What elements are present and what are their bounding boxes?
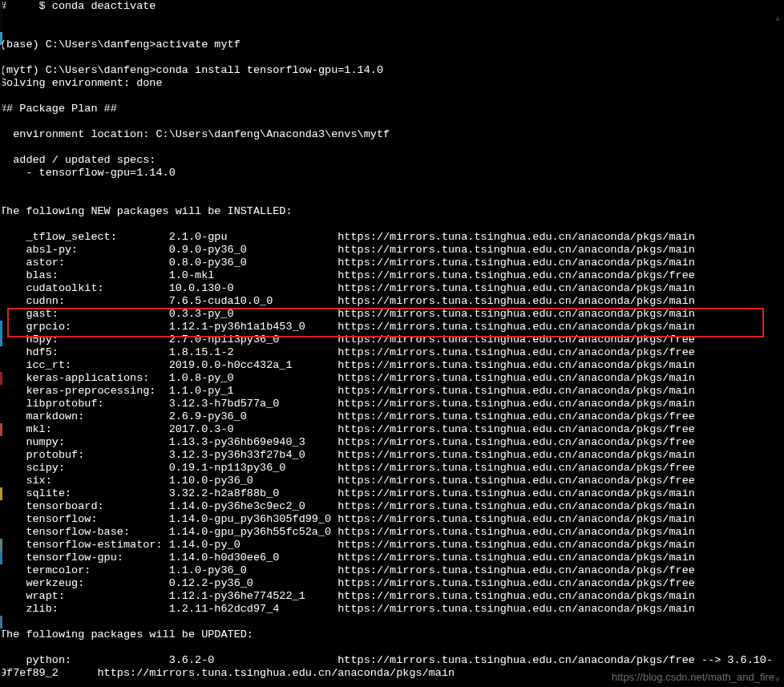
solving-line: Solving environment: done <box>0 77 784 90</box>
package-row: absl-py: 0.9.0-py36_0 https://mirrors.tu… <box>0 244 784 257</box>
package-row: tensorflow: 1.14.0-gpu_py36h305fd99_0 ht… <box>0 513 784 526</box>
package-row: termcolor: 1.1.0-py36_0 https://mirrors.… <box>0 564 784 577</box>
package-list: _tflow_select: 2.1.0-gpu https://mirrors… <box>0 231 784 616</box>
updated-header: The following packages will be UPDATED: <box>0 628 784 641</box>
package-row: six: 1.10.0-py36_0 https://mirrors.tuna.… <box>0 475 784 487</box>
install-header: The following NEW packages will be INSTA… <box>0 205 784 218</box>
terminal-window[interactable]: # $ conda deactivate (base) C:\Users\dan… <box>0 0 784 687</box>
package-row: keras-preprocessing: 1.1.0-py_1 https://… <box>0 385 784 398</box>
package-row: icc_rt: 2019.0.0-h0cc432a_1 https://mirr… <box>0 359 784 372</box>
package-row: h5py: 2.7.0-np113py36_0 https://mirrors.… <box>0 333 784 346</box>
package-row: libprotobuf: 3.12.3-h7bd577a_0 https://m… <box>0 398 784 410</box>
update-line-1: python: 3.6.2-0 https://mirrors.tuna.tsi… <box>0 654 784 667</box>
env-location: environment location: C:\Users\danfeng\A… <box>0 128 784 141</box>
package-row: scipy: 0.19.1-np113py36_0 https://mirror… <box>0 462 784 475</box>
scroll-down-icon[interactable]: ▼ <box>771 674 784 687</box>
package-row: keras-applications: 1.0.8-py_0 https://m… <box>0 372 784 385</box>
package-row: werkzeug: 0.12.2-py36_0 https://mirrors.… <box>0 577 784 590</box>
package-row: zlib: 1.2.11-h62dcd97_4 https://mirrors.… <box>0 603 784 616</box>
prompt-base: (base) C:\Users\danfeng>activate mytf <box>0 38 784 51</box>
package-row: markdown: 2.6.9-py36_0 https://mirrors.t… <box>0 410 784 423</box>
package-row: protobuf: 3.12.3-py36h33f27b4_0 https://… <box>0 449 784 462</box>
package-row: numpy: 1.13.3-py36hb69e940_3 https://mir… <box>0 436 784 449</box>
package-row: cudatoolkit: 10.0.130-0 https://mirrors.… <box>0 282 784 295</box>
package-row: cudnn: 7.6.5-cuda10.0_0 https://mirrors.… <box>0 295 784 308</box>
package-row: gast: 0.3.3-py_0 https://mirrors.tuna.ts… <box>0 308 784 321</box>
scroll-up-icon[interactable]: ▲ <box>771 13 784 26</box>
package-row: tensorflow-base: 1.14.0-gpu_py36h55fc52a… <box>0 526 784 539</box>
package-row: grpcio: 1.12.1-py36h1a1b453_0 https://mi… <box>0 321 784 333</box>
plan-header: ## Package Plan ## <box>0 103 784 115</box>
package-row: _tflow_select: 2.1.0-gpu https://mirrors… <box>0 231 784 244</box>
package-row: tensorboard: 1.14.0-py36he3c9ec2_0 https… <box>0 500 784 513</box>
package-row: wrapt: 1.12.1-py36he774522_1 https://mir… <box>0 590 784 603</box>
update-line-2: 9f7ef89_2 https://mirrors.tuna.tsinghua.… <box>0 667 784 680</box>
package-row: astor: 0.8.0-py36_0 https://mirrors.tuna… <box>0 257 784 269</box>
window-edge-strip <box>0 0 2 687</box>
package-row: hdf5: 1.8.15.1-2 https://mirrors.tuna.ts… <box>0 346 784 359</box>
added-specs-header: added / updated specs: <box>0 154 784 167</box>
package-row: tensorflow-estimator: 1.14.0-py_0 https:… <box>0 539 784 552</box>
prompt-mytf: (mytf) C:\Users\danfeng>conda install te… <box>0 64 784 77</box>
added-spec: - tensorflow-gpu=1.14.0 <box>0 167 784 180</box>
package-row: tensorflow-gpu: 1.14.0-h0d30ee6_0 https:… <box>0 552 784 564</box>
package-row: sqlite: 3.32.2-h2a8f88b_0 https://mirror… <box>0 487 784 500</box>
package-row: blas: 1.0-mkl https://mirrors.tuna.tsing… <box>0 269 784 282</box>
package-row: mkl: 2017.0.3-0 https://mirrors.tuna.tsi… <box>0 423 784 436</box>
title-bar-text: # $ conda deactivate <box>0 0 784 13</box>
scrollbar[interactable]: ▲ ▼ <box>771 13 784 687</box>
